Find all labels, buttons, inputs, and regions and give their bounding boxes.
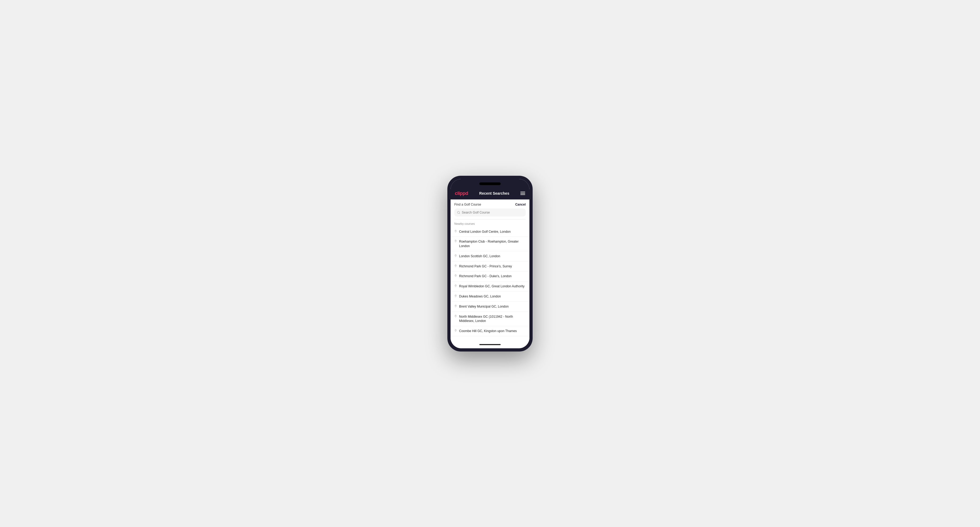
location-pin-icon — [454, 240, 457, 244]
phone-device: clippd Recent Searches Find a Golf Cours… — [447, 176, 533, 351]
course-name: Richmond Park GC - Prince's, Surrey — [459, 264, 512, 269]
location-pin-icon — [454, 305, 457, 309]
search-input[interactable] — [462, 211, 523, 214]
svg-point-4 — [455, 255, 456, 256]
list-item[interactable]: London Scottish GC, London — [450, 251, 530, 262]
course-name: Dukes Meadows GC, London — [459, 294, 501, 299]
svg-point-8 — [455, 295, 456, 296]
svg-point-11 — [455, 330, 456, 330]
svg-point-2 — [455, 230, 456, 231]
svg-line-1 — [459, 213, 460, 214]
course-name: Richmond Park GC - Duke's, London — [459, 274, 512, 279]
find-label: Find a Golf Course — [454, 203, 481, 206]
menu-icon[interactable] — [520, 192, 525, 195]
svg-point-10 — [455, 316, 456, 316]
location-pin-icon — [454, 254, 457, 258]
svg-point-5 — [455, 265, 456, 266]
list-item[interactable]: Richmond Park GC - Prince's, Surrey — [450, 262, 530, 271]
location-pin-icon — [454, 274, 457, 278]
list-item[interactable]: Royal Wimbledon GC, Great London Authori… — [450, 281, 530, 292]
location-pin-icon — [454, 315, 457, 319]
location-pin-icon — [454, 230, 457, 234]
course-list: Central London Golf Centre, London Roeha… — [450, 227, 530, 342]
search-icon — [457, 211, 460, 214]
home-indicator — [450, 342, 530, 348]
list-item[interactable]: Central London Golf Centre, London — [450, 227, 530, 237]
location-pin-icon — [454, 295, 457, 298]
location-pin-icon — [454, 284, 457, 288]
nav-title: Recent Searches — [479, 191, 509, 195]
svg-point-7 — [455, 285, 456, 286]
location-pin-icon — [454, 264, 457, 268]
course-name: Coombe Hill GC, Kingston upon Thames — [459, 329, 517, 333]
course-name: Royal Wimbledon GC, Great London Authori… — [459, 284, 524, 289]
find-header: Find a Golf Course Cancel — [450, 200, 530, 208]
notch-pill — [479, 183, 501, 185]
list-item[interactable]: Richmond Park GC - Duke's, London — [450, 271, 530, 281]
phone-notch — [450, 179, 530, 189]
course-name: North Middlesex GC (1011942 - North Midd… — [459, 314, 526, 324]
main-content: Find a Golf Course Cancel Nearby courses — [450, 200, 530, 342]
list-item[interactable]: Dukes Meadows GC, London — [450, 292, 530, 302]
list-item[interactable]: Brent Valley Municipal GC, London — [450, 302, 530, 312]
nav-bar: clippd Recent Searches — [450, 189, 530, 200]
home-pill — [479, 344, 501, 345]
svg-point-3 — [455, 240, 456, 241]
svg-point-6 — [455, 275, 456, 276]
search-input-wrap — [454, 208, 526, 216]
cancel-button[interactable]: Cancel — [515, 203, 526, 206]
course-name: Central London Golf Centre, London — [459, 230, 511, 234]
location-pin-icon — [454, 329, 457, 333]
course-name: London Scottish GC, London — [459, 254, 500, 259]
list-item[interactable]: North Middlesex GC (1011942 - North Midd… — [450, 312, 530, 327]
course-name: Brent Valley Municipal GC, London — [459, 305, 509, 309]
svg-point-9 — [455, 305, 456, 306]
nearby-section-label: Nearby courses — [450, 219, 530, 227]
app-logo: clippd — [455, 190, 468, 196]
phone-screen: clippd Recent Searches Find a Golf Cours… — [450, 179, 530, 348]
list-item[interactable]: Roehampton Club - Roehampton, Greater Lo… — [450, 237, 530, 251]
list-item[interactable]: Coombe Hill GC, Kingston upon Thames — [450, 326, 530, 337]
course-name: Roehampton Club - Roehampton, Greater Lo… — [459, 240, 526, 248]
search-container — [450, 208, 530, 219]
